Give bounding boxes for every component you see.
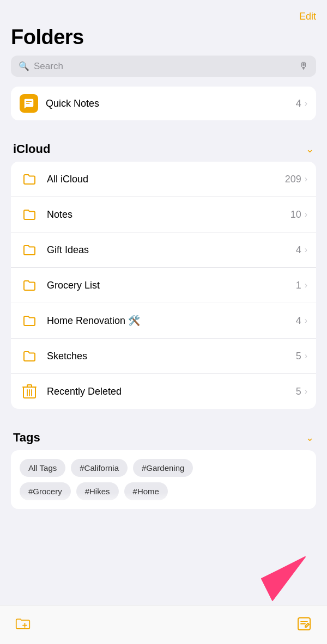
bottom-toolbar — [0, 605, 327, 644]
tags-section-header: Tags ⌄ — [11, 420, 316, 450]
tag-california[interactable]: #California — [71, 459, 128, 477]
quick-notes-card: Quick Notes 4 › — [11, 87, 316, 120]
trash-icon-recently-deleted — [20, 382, 39, 401]
microphone-icon[interactable]: 🎙 — [299, 60, 308, 72]
search-bar[interactable]: 🔍 🎙 — [11, 56, 316, 77]
folder-icon-notes — [20, 205, 39, 224]
folder-icon-sketches — [20, 346, 39, 366]
tag-hikes[interactable]: #Hikes — [76, 482, 119, 500]
quick-notes-chevron: › — [305, 99, 307, 108]
folder-count-recently-deleted: 5 — [296, 386, 301, 397]
new-folder-button[interactable] — [15, 616, 31, 634]
page-title: Folders — [11, 23, 316, 56]
tag-home[interactable]: #Home — [124, 482, 168, 500]
folder-label-sketches: Sketches — [47, 351, 296, 362]
quick-notes-icon — [20, 94, 38, 113]
folder-label-home-renovation: Home Renovation 🛠️ — [47, 315, 296, 327]
icloud-section-header: iCloud ⌄ — [11, 131, 316, 162]
folder-row-recently-deleted[interactable]: Recently Deleted 5 › — [11, 374, 316, 409]
folder-icon-gift-ideas — [20, 240, 39, 260]
quick-notes-label: Quick Notes — [46, 98, 296, 109]
quick-notes-count: 4 — [296, 98, 301, 109]
folder-label-recently-deleted: Recently Deleted — [47, 386, 296, 397]
folder-row-all-icloud[interactable]: All iCloud 209 › — [11, 162, 316, 197]
folder-label-notes: Notes — [47, 209, 290, 220]
arrow-overlay — [245, 546, 311, 611]
folder-count-notes: 10 — [290, 209, 301, 220]
tags-row-2: #Grocery #Hikes #Home — [20, 482, 307, 500]
icloud-title: iCloud — [13, 142, 50, 156]
tags-chevron[interactable]: ⌄ — [306, 432, 314, 444]
folder-row-sketches[interactable]: Sketches 5 › — [11, 339, 316, 374]
icloud-chevron[interactable]: ⌄ — [306, 143, 314, 155]
folder-label-all-icloud: All iCloud — [47, 174, 285, 185]
icloud-folders-card: All iCloud 209 › Notes 10 › Gift Ideas 4 — [11, 162, 316, 409]
edit-button[interactable]: Edit — [299, 11, 316, 22]
folder-count-all-icloud: 209 — [285, 174, 301, 185]
tags-title: Tags — [13, 431, 40, 445]
folder-icon-all-icloud — [20, 169, 39, 189]
search-input[interactable] — [34, 61, 294, 72]
search-icon: 🔍 — [19, 61, 29, 71]
folder-count-home-renovation: 4 — [296, 315, 301, 327]
folder-row-grocery-list[interactable]: Grocery List 1 › — [11, 268, 316, 303]
tags-card: All Tags #California #Gardening #Grocery… — [11, 450, 316, 509]
quick-notes-row[interactable]: Quick Notes 4 › — [11, 87, 316, 120]
folder-row-gift-ideas[interactable]: Gift Ideas 4 › — [11, 232, 316, 268]
tag-all-tags[interactable]: All Tags — [20, 459, 65, 477]
new-note-button[interactable] — [296, 616, 312, 634]
tags-row: All Tags #California #Gardening — [20, 459, 307, 477]
folder-label-gift-ideas: Gift Ideas — [47, 244, 296, 256]
folder-label-grocery-list: Grocery List — [47, 280, 296, 291]
tag-gardening[interactable]: #Gardening — [133, 459, 193, 477]
folder-count-sketches: 5 — [296, 351, 301, 362]
folder-count-gift-ideas: 4 — [296, 244, 301, 256]
folder-icon-home-renovation — [20, 311, 39, 330]
folder-count-grocery-list: 1 — [296, 280, 301, 291]
tag-grocery[interactable]: #Grocery — [20, 482, 71, 500]
folder-row-home-renovation[interactable]: Home Renovation 🛠️ 4 › — [11, 303, 316, 339]
folder-icon-grocery-list — [20, 275, 39, 295]
folder-row-notes[interactable]: Notes 10 › — [11, 197, 316, 232]
